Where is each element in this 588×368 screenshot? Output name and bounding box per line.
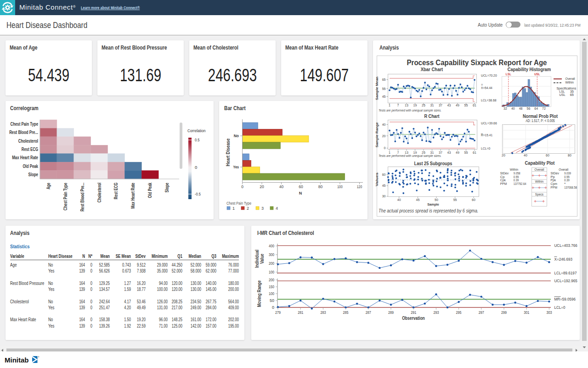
svg-text:20: 20 [260,184,264,189]
svg-text:LCL=89.6197: LCL=89.6197 [554,271,577,275]
svg-text:80: 80 [568,154,571,157]
svg-text:48: 48 [519,107,523,110]
svg-text:40: 40 [511,107,515,110]
svg-text:19: 19 [413,104,417,107]
svg-text:4: 4 [276,206,278,211]
svg-text:Yes: Yes [233,165,239,169]
svg-text:Cholesterol: Cholesterol [97,183,102,202]
svg-text:56: 56 [527,107,531,110]
svg-text:-0.5: -0.5 [195,191,201,196]
svg-text:Last 25 Subgroups: Last 25 Subgroups [414,161,452,166]
svg-text:7: 7 [397,104,399,107]
svg-text:MR=59.0596: MR=59.0596 [554,297,576,301]
svg-text:Slope: Slope [28,172,39,177]
svg-text:Sample: Sample [427,202,439,206]
svg-text:137068.58: 137068.58 [564,185,577,190]
svg-text:Individual: Individual [254,250,260,268]
svg-text:60: 60 [382,173,386,176]
svg-text:UCL=192.965: UCL=192.965 [554,279,577,283]
svg-text:45: 45 [416,198,420,201]
svg-text:40: 40 [397,198,401,201]
svg-text:137752.64: 137752.64 [514,182,526,186]
svg-text:R Chart: R Chart [424,114,440,119]
svg-text:Rest Blood Pre...: Rest Blood Pre... [9,130,38,135]
svg-text:279: 279 [275,310,281,315]
svg-text:60: 60 [472,198,475,201]
svg-text:283: 283 [320,310,326,315]
svg-text:The actual process spread is r: The actual process spread is represented… [379,208,478,213]
svg-text:Sample Mean: Sample Mean [375,77,379,100]
svg-text:UCL=70.20: UCL=70.20 [481,73,497,78]
svg-text:45: 45 [382,95,386,98]
svg-text:LCL=0: LCL=0 [554,305,565,310]
svg-text:100: 100 [269,291,274,296]
svg-text:31: 31 [430,104,434,107]
svg-text:40: 40 [382,123,386,126]
svg-text:20: 20 [502,154,505,157]
svg-text:300: 300 [269,252,274,257]
svg-text:100: 100 [337,184,343,189]
svg-text:1: 1 [389,104,390,107]
svg-text:Value: Value [260,254,265,264]
svg-text:303: 303 [546,310,552,315]
svg-text:30: 30 [382,195,386,198]
svg-text:100: 100 [269,270,274,274]
svg-text:150: 150 [269,284,274,289]
svg-text:60: 60 [546,154,549,157]
svg-text:PPM: PPM [500,182,507,186]
svg-text:Process Capability Sixpack Rep: Process Capability Sixpack Report for Ag… [407,58,547,67]
svg-text:X=246.693: X=246.693 [554,257,572,262]
svg-text:N: N [299,191,302,195]
svg-text:0.5: 0.5 [195,137,199,142]
svg-text:295: 295 [456,310,462,315]
svg-text:Observation: Observation [402,316,425,321]
svg-text:LSL: LSL [506,72,512,76]
svg-text:Age: Age [46,183,51,190]
svg-text:No: No [234,134,239,138]
svg-text:65: 65 [382,78,386,81]
svg-text:X=54.44: X=54.44 [481,86,492,90]
svg-text:55: 55 [464,104,468,107]
svg-text:120: 120 [357,184,362,189]
svg-text:0: 0 [272,305,274,310]
svg-text:0: 0 [384,146,386,150]
svg-text:Within: Within [565,80,574,84]
svg-text:Chest Pain Type: Chest Pain Type [63,183,68,211]
svg-text:Old Peak: Old Peak [23,164,38,169]
svg-text:Capability Histogram: Capability Histogram [508,67,551,72]
svg-text:Chest Pain Type: Chest Pain Type [226,201,251,206]
svg-text:43: 43 [447,151,451,154]
svg-text:55: 55 [464,151,468,154]
svg-text:55: 55 [382,87,386,90]
svg-text:Capability Plot: Capability Plot [525,161,555,166]
svg-text:PPM: PPM [551,185,558,190]
svg-text:Tests are performed with unequ: Tests are performed with unequal sample … [379,108,441,112]
svg-text:200: 200 [269,278,274,282]
svg-text:299: 299 [501,310,507,315]
svg-text:Overall: Overall [535,167,544,172]
svg-text:Cholesterol: Cholesterol [18,139,38,144]
svg-text:50: 50 [435,198,438,201]
svg-text:USL: USL [534,72,540,76]
svg-text:25: 25 [422,104,425,107]
svg-text:289: 289 [388,310,394,315]
svg-text:297: 297 [479,310,484,315]
svg-text:200: 200 [269,261,274,266]
svg-text:72: 72 [542,107,546,110]
svg-text:LCL=0: LCL=0 [481,146,490,151]
svg-text:65: 65 [570,93,574,97]
svg-text:Rest ECG: Rest ECG [113,183,119,199]
svg-text:291: 291 [411,310,416,315]
svg-text:Max Heart Rate: Max Heart Rate [130,183,136,209]
svg-text:Sample Range: Sample Range [375,122,379,147]
svg-text:40: 40 [524,154,527,157]
svg-text:2: 2 [247,206,249,211]
svg-text:3: 3 [261,206,264,211]
svg-text:43: 43 [447,104,451,107]
svg-text:Max Heart Rate: Max Heart Rate [12,155,38,160]
svg-text:301: 301 [524,310,529,315]
svg-text:37: 37 [439,104,442,107]
svg-text:0: 0 [195,165,197,170]
svg-text:287: 287 [366,310,371,315]
svg-text:Moving Range: Moving Range [257,280,262,307]
